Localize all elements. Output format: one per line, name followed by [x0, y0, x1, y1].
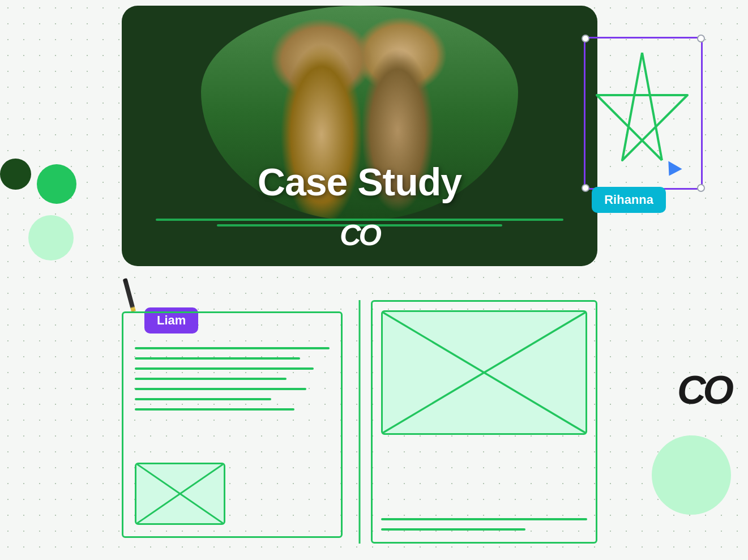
doc-right-line-2	[381, 528, 525, 531]
doc-line-4	[135, 378, 287, 380]
svg-line-2	[180, 464, 223, 494]
image-placeholder	[381, 310, 587, 435]
star-drawing	[584, 40, 700, 190]
rihanna-badge: Rihanna	[592, 187, 666, 213]
circle-dark-decoration	[0, 159, 31, 190]
doc-right-line-1	[381, 518, 587, 520]
case-study-title: Case Study	[122, 160, 597, 204]
right-document	[371, 300, 597, 544]
svg-line-4	[180, 494, 223, 523]
doc-line-3	[135, 367, 314, 370]
co-logo-large: CO	[677, 367, 731, 413]
circle-medium-decoration	[37, 164, 76, 204]
svg-line-6	[383, 313, 585, 433]
envelope	[135, 463, 225, 525]
svg-line-3	[137, 494, 180, 523]
doc-line-2	[135, 357, 300, 360]
doc-divider	[359, 300, 361, 544]
doc-line-5	[135, 388, 306, 390]
left-document	[122, 311, 343, 538]
circle-large-light-decoration	[652, 435, 731, 515]
doc-line-7	[135, 408, 294, 411]
doc-line-1	[135, 347, 330, 349]
doc-right-text-lines	[381, 518, 587, 531]
document-area	[122, 300, 597, 544]
svg-line-1	[137, 464, 180, 494]
doc-line-6	[135, 398, 271, 400]
doc-text-lines	[135, 347, 330, 411]
svg-line-5	[383, 313, 585, 433]
co-logo-card: CO	[340, 218, 379, 252]
case-study-card: Case Study CO	[122, 6, 597, 266]
circle-light-decoration	[28, 215, 74, 260]
